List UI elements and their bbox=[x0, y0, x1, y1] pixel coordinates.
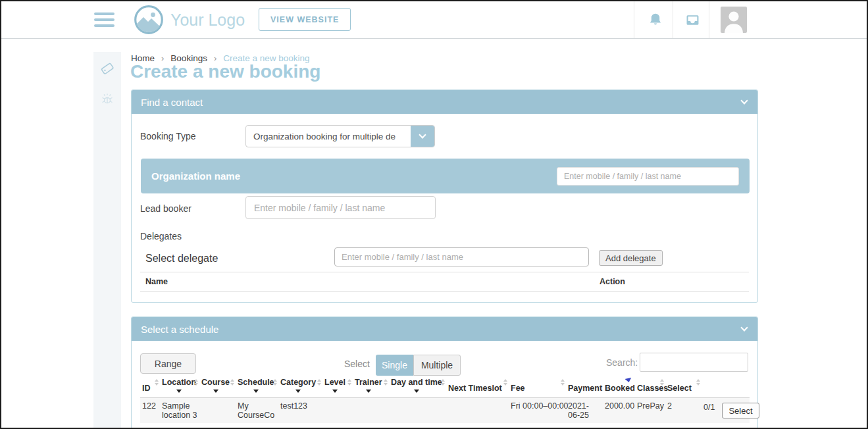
filter-caret-icon[interactable] bbox=[366, 390, 371, 393]
app-window: Your Logo VIEW WEBSITE bbox=[0, 0, 868, 429]
delegate-table-header-name: Name bbox=[145, 277, 168, 286]
schedule-table: ID Location Course Schedule bbox=[140, 376, 750, 423]
mode-multiple-button[interactable]: Multiple bbox=[413, 355, 461, 376]
active-filter-caret-icon[interactable] bbox=[625, 378, 632, 383]
find-contact-panel: Find a contact Booking Type Organization… bbox=[131, 89, 758, 303]
search-input[interactable] bbox=[640, 353, 748, 372]
filter-caret-icon[interactable] bbox=[213, 390, 218, 393]
filter-caret-icon[interactable] bbox=[332, 390, 338, 393]
cell-booked: 2000.00 bbox=[603, 398, 635, 424]
column-header-id[interactable]: ID bbox=[140, 376, 160, 398]
cell-payment: 2021-06-25 bbox=[566, 398, 603, 424]
booking-type-selected-value: Organization booking for multiple de bbox=[246, 126, 411, 147]
view-website-button[interactable]: VIEW WEBSITE bbox=[259, 8, 351, 31]
topbar-divider bbox=[673, 1, 673, 38]
organization-name-label: Organization name bbox=[151, 170, 240, 182]
divider bbox=[140, 291, 749, 292]
topbar: Your Logo VIEW WEBSITE bbox=[1, 1, 867, 39]
column-header-fee[interactable]: Fee bbox=[509, 376, 566, 398]
chevron-down-icon bbox=[411, 126, 434, 147]
row-select-button[interactable]: Select bbox=[722, 403, 759, 418]
filter-caret-icon[interactable] bbox=[176, 390, 182, 393]
organization-name-input[interactable] bbox=[557, 167, 739, 186]
sort-arrows-icon bbox=[660, 379, 664, 386]
select-mode-label: Select bbox=[344, 359, 370, 369]
find-contact-panel-title: Find a contact bbox=[141, 97, 203, 108]
column-header-select[interactable]: Select bbox=[665, 376, 702, 398]
avatar[interactable] bbox=[721, 7, 747, 33]
tag-icon[interactable] bbox=[93, 57, 121, 80]
sort-arrows-icon bbox=[561, 379, 565, 386]
organization-name-bar: Organization name bbox=[141, 159, 750, 193]
column-header-payment[interactable]: Payment bbox=[566, 376, 603, 398]
column-header-trainer[interactable]: Trainer bbox=[353, 376, 389, 398]
sort-arrows-icon bbox=[230, 379, 234, 386]
select-schedule-panel-header[interactable]: Select a schedule bbox=[132, 317, 757, 341]
booking-type-select[interactable]: Organization booking for multiple de bbox=[245, 125, 435, 147]
schedule-table-header-row: ID Location Course Schedule bbox=[140, 376, 750, 398]
inbox-icon[interactable] bbox=[676, 1, 709, 38]
lead-booker-input[interactable] bbox=[245, 196, 436, 219]
select-schedule-panel: Select a schedule Range Select Single Mu… bbox=[131, 316, 758, 429]
cell-course bbox=[199, 398, 236, 424]
page-title: Create a new booking bbox=[130, 61, 320, 82]
sort-arrows-icon bbox=[503, 379, 507, 386]
logo-image-icon[interactable] bbox=[134, 5, 164, 35]
filter-caret-icon[interactable] bbox=[414, 390, 419, 393]
column-header-day-and-time[interactable]: Day and time bbox=[389, 376, 446, 398]
column-header-blank bbox=[702, 376, 750, 398]
filter-caret-icon[interactable] bbox=[295, 390, 301, 393]
sort-arrows-icon bbox=[347, 379, 351, 386]
sort-arrows-icon bbox=[384, 379, 388, 386]
booking-type-label: Booking Type bbox=[140, 131, 196, 141]
cell-category: test123 bbox=[278, 398, 322, 424]
cell-level bbox=[322, 398, 353, 424]
cell-id: 122 bbox=[140, 398, 160, 424]
bug-icon[interactable] bbox=[93, 88, 121, 110]
cell-trainer bbox=[353, 398, 389, 424]
column-header-course[interactable]: Course bbox=[199, 376, 236, 398]
column-header-category[interactable]: Category bbox=[278, 376, 322, 398]
notifications-bell-icon[interactable] bbox=[639, 1, 672, 38]
logo-text: Your Logo bbox=[170, 1, 245, 38]
column-header-level[interactable]: Level bbox=[322, 376, 353, 398]
schedule-table-row: 122 Sample location 3 My CourseCo test12… bbox=[140, 398, 750, 424]
cell-next-timeslot bbox=[446, 398, 509, 424]
cell-schedule: My CourseCo bbox=[236, 398, 278, 424]
delegates-label: Delegates bbox=[140, 231, 182, 241]
sidebar-strip bbox=[93, 52, 121, 428]
lead-booker-label: Lead booker bbox=[140, 203, 191, 214]
cell-action: 0/1 Select bbox=[702, 398, 750, 424]
sort-arrows-icon bbox=[155, 379, 159, 386]
chevron-down-icon bbox=[740, 324, 748, 331]
column-header-booked[interactable]: Booked bbox=[603, 376, 635, 398]
cell-location: Sample location 3 bbox=[160, 398, 199, 424]
column-header-classes[interactable]: Classes bbox=[635, 376, 665, 398]
select-delegate-input[interactable] bbox=[334, 247, 589, 266]
search-label: Search: bbox=[606, 357, 638, 368]
sort-arrows-icon bbox=[441, 379, 445, 386]
select-delegate-label: Select delegate bbox=[145, 253, 218, 265]
hamburger-menu-icon[interactable] bbox=[94, 13, 115, 27]
sort-arrows-icon bbox=[317, 379, 321, 386]
add-delegate-button[interactable]: Add delegate bbox=[599, 250, 663, 266]
column-header-location[interactable]: Location bbox=[160, 376, 199, 398]
range-button[interactable]: Range bbox=[140, 353, 196, 374]
cell-fee: Fri 00:00–00:00 bbox=[509, 398, 566, 424]
cell-select-count: 2 bbox=[665, 398, 702, 424]
topbar-divider bbox=[634, 1, 634, 38]
column-header-schedule[interactable]: Schedule bbox=[236, 376, 278, 398]
topbar-divider bbox=[709, 1, 709, 38]
filter-caret-icon[interactable] bbox=[253, 390, 259, 393]
cell-classes: PrePay bbox=[635, 398, 665, 424]
sort-arrows-icon bbox=[696, 379, 700, 386]
booked-ratio: 0/1 bbox=[703, 403, 715, 412]
select-schedule-panel-title: Select a schedule bbox=[141, 324, 218, 335]
mode-single-button[interactable]: Single bbox=[376, 355, 413, 376]
cell-day-and-time bbox=[389, 398, 446, 424]
delegate-table-header-action: Action bbox=[600, 277, 625, 286]
column-header-next-timeslot[interactable]: Next Timeslot bbox=[446, 376, 509, 398]
sort-arrows-icon bbox=[273, 379, 277, 386]
sort-arrows-icon bbox=[194, 379, 198, 386]
find-contact-panel-header[interactable]: Find a contact bbox=[132, 90, 757, 114]
